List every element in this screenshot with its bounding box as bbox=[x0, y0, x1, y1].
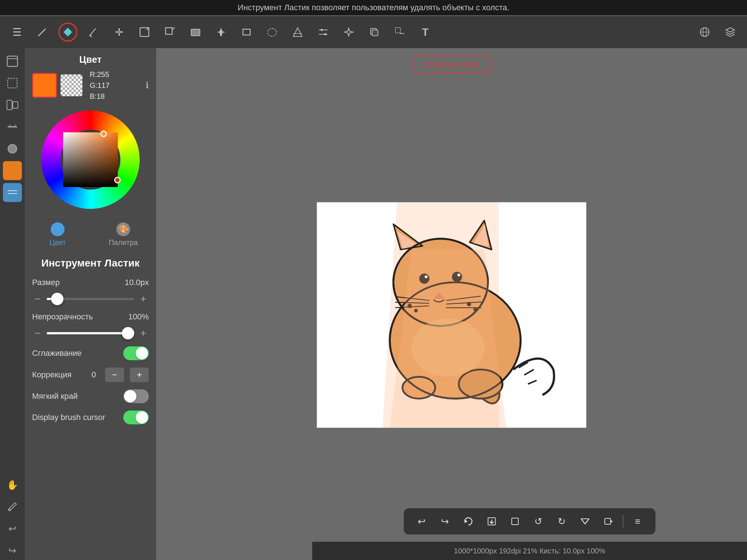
correction-decrease-button[interactable]: − bbox=[105, 368, 124, 382]
opacity-slider-fill bbox=[47, 332, 134, 334]
bottom-flip-button[interactable] bbox=[574, 512, 596, 531]
size-label: Размер bbox=[32, 278, 80, 287]
smoothing-toggle-knob bbox=[136, 347, 148, 359]
sidebar-new-canvas[interactable] bbox=[3, 52, 22, 71]
toolbar-smudge-icon[interactable] bbox=[84, 23, 103, 42]
left-sidebar: ✋ ↩ ↪ bbox=[0, 48, 25, 560]
size-setting-row: Размер 10.0px bbox=[25, 274, 156, 291]
opacity-decrease-button[interactable]: − bbox=[32, 327, 43, 339]
toolbar-color-picker-icon[interactable] bbox=[288, 23, 307, 42]
soft-edge-toggle-knob bbox=[124, 390, 136, 402]
size-slider-container: − + bbox=[25, 291, 156, 308]
color-saturation-box[interactable] bbox=[63, 132, 118, 187]
svg-marker-66 bbox=[465, 520, 468, 523]
opacity-slider[interactable] bbox=[47, 332, 134, 334]
svg-rect-5 bbox=[191, 29, 200, 36]
toolbar-fill-selection-icon[interactable] bbox=[186, 23, 205, 42]
color-swatches: R:255 G:117 B:18 ℹ bbox=[25, 69, 156, 107]
size-decrease-button[interactable]: − bbox=[32, 293, 43, 305]
soft-edge-toggle[interactable] bbox=[123, 389, 149, 403]
toolbar-pencil-icon[interactable] bbox=[33, 23, 52, 42]
sidebar-layer[interactable] bbox=[3, 183, 22, 202]
toolbar-share-icon[interactable] bbox=[695, 23, 714, 42]
size-increase-button[interactable]: + bbox=[138, 293, 149, 305]
toolbar-select-transform-icon[interactable] bbox=[390, 23, 409, 42]
palette-tab[interactable]: 🎨 Палитра bbox=[90, 217, 156, 250]
sidebar-undo[interactable]: ↩ bbox=[3, 519, 22, 538]
toolbar-lasso-icon[interactable] bbox=[263, 23, 282, 42]
palette-tab-label: Палитра bbox=[109, 238, 138, 247]
svg-point-12 bbox=[324, 33, 326, 35]
bottom-crop-button[interactable] bbox=[504, 512, 526, 531]
bottom-menu-button[interactable]: ≡ bbox=[627, 512, 648, 531]
secondary-color-swatch[interactable] bbox=[61, 74, 82, 96]
display-brush-cursor-knob bbox=[136, 411, 148, 424]
bottom-rotate-ccw-button[interactable]: ↺ bbox=[528, 512, 549, 531]
toolbar-canvas-resize-icon[interactable] bbox=[135, 23, 154, 42]
svg-point-11 bbox=[321, 29, 323, 31]
color-tab[interactable]: Цвет bbox=[25, 217, 90, 250]
clear-layer-button[interactable]: Очистить слой bbox=[413, 55, 490, 74]
opacity-value: 100% bbox=[128, 312, 149, 322]
svg-line-1 bbox=[44, 28, 46, 30]
bottom-redo-button[interactable]: ↪ bbox=[434, 512, 456, 531]
toolbar-fill-icon[interactable] bbox=[212, 23, 231, 42]
color-section-title: Цвет bbox=[25, 48, 156, 69]
bottom-rotate-free-button[interactable] bbox=[458, 512, 479, 531]
svg-rect-15 bbox=[372, 30, 378, 36]
toolbar-wand-icon[interactable] bbox=[339, 23, 358, 42]
sidebar-adjustments[interactable] bbox=[3, 96, 22, 114]
svg-rect-4 bbox=[166, 28, 172, 34]
svg-marker-7 bbox=[293, 28, 302, 36]
bottom-toolbar-container: ↩ ↪ ↺ ↻ bbox=[312, 508, 747, 534]
toolbar-transform-icon[interactable] bbox=[160, 23, 179, 42]
bottom-save-button[interactable] bbox=[481, 512, 502, 531]
sidebar-brush[interactable] bbox=[3, 139, 22, 158]
toolbar-duplicate-icon[interactable] bbox=[365, 23, 384, 42]
color-info-icon[interactable]: ℹ bbox=[146, 80, 149, 90]
toolbar-rectangle-icon[interactable] bbox=[237, 23, 256, 42]
sidebar-hand[interactable]: ✋ bbox=[3, 475, 22, 494]
toolbar-adjust-icon[interactable] bbox=[314, 23, 333, 42]
main-toolbar: ☰ ✛ bbox=[0, 16, 747, 48]
opacity-slider-thumb[interactable] bbox=[122, 327, 134, 339]
correction-increase-button[interactable]: + bbox=[130, 368, 149, 382]
hue-handle[interactable] bbox=[114, 177, 121, 183]
size-value: 10.0px bbox=[125, 278, 149, 287]
correction-value: 0 bbox=[88, 370, 99, 380]
toolbar-layers-icon[interactable] bbox=[721, 23, 740, 42]
soft-edge-label: Мягкий край bbox=[32, 392, 80, 401]
svg-rect-16 bbox=[395, 28, 400, 33]
sidebar-current-color[interactable] bbox=[3, 161, 22, 180]
display-brush-cursor-toggle[interactable] bbox=[123, 411, 149, 424]
sidebar-redo[interactable]: ↪ bbox=[3, 541, 22, 560]
smoothing-toggle[interactable] bbox=[123, 346, 149, 360]
toolbar-menu-icon[interactable]: ☰ bbox=[7, 23, 26, 42]
sidebar-ruler[interactable] bbox=[3, 117, 22, 136]
bottom-rotate-cw-button[interactable]: ↻ bbox=[551, 512, 572, 531]
svg-line-41 bbox=[524, 370, 534, 375]
opacity-label: Непрозрачность bbox=[32, 312, 93, 322]
sidebar-selection[interactable] bbox=[3, 74, 22, 93]
canvas[interactable] bbox=[317, 202, 587, 428]
size-slider[interactable] bbox=[47, 298, 134, 300]
primary-color-swatch[interactable] bbox=[32, 73, 57, 98]
toolbar-eraser-icon[interactable] bbox=[58, 23, 77, 42]
toolbar-text-icon[interactable]: T bbox=[416, 23, 435, 42]
svg-marker-2 bbox=[63, 28, 72, 36]
opacity-increase-button[interactable]: + bbox=[138, 327, 149, 339]
canvas-drawing bbox=[317, 202, 586, 428]
toolbar-move-icon[interactable]: ✛ bbox=[109, 23, 128, 42]
svg-marker-21 bbox=[726, 28, 735, 32]
size-slider-thumb[interactable] bbox=[51, 293, 63, 305]
bottom-undo-button[interactable]: ↩ bbox=[411, 512, 432, 531]
saturation-handle[interactable] bbox=[100, 131, 107, 137]
color-wheel-container[interactable] bbox=[25, 107, 156, 215]
tool-settings-title: Инструмент Ластик bbox=[25, 250, 156, 274]
color-tab-label: Цвет bbox=[50, 238, 66, 247]
color-wheel[interactable] bbox=[41, 110, 140, 209]
svg-rect-26 bbox=[13, 102, 18, 108]
color-b-value: B:18 bbox=[90, 91, 109, 102]
bottom-record-button[interactable] bbox=[598, 512, 619, 531]
sidebar-eyedropper[interactable] bbox=[3, 497, 22, 516]
